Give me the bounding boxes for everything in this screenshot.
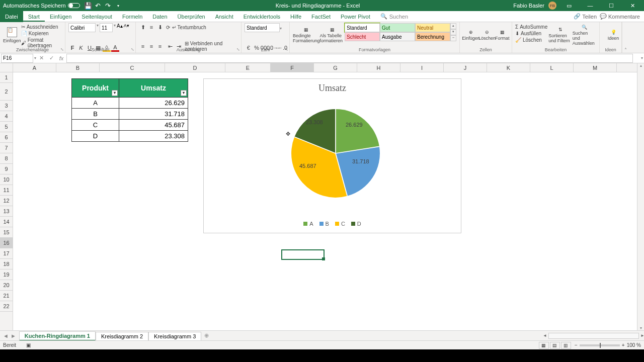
column-header[interactable]: K [487, 63, 530, 72]
formula-input[interactable] [66, 54, 633, 63]
cut-button[interactable]: ✂ Ausschneiden [21, 24, 62, 30]
undo-icon[interactable]: ↶ [94, 2, 102, 10]
redo-icon[interactable]: ↷ [104, 2, 112, 10]
autosave-toggle[interactable]: Automatisches Speichern [3, 3, 80, 9]
row-header[interactable]: 14 [0, 217, 13, 227]
tab-formeln[interactable]: Formeln [117, 11, 147, 22]
sheet-nav-prev-icon[interactable]: ◄ [3, 333, 9, 339]
row-header[interactable]: 11 [0, 185, 13, 196]
sheet-nav-next-icon[interactable]: ► [11, 333, 16, 339]
align-mid-icon[interactable]: ≡ [147, 23, 155, 31]
tab-ansicht[interactable]: Ansicht [210, 11, 238, 22]
row-header[interactable]: 3 [0, 101, 13, 111]
styles-down-icon[interactable]: ▾ [450, 29, 456, 35]
ribbon-mode-icon[interactable]: ▭ [560, 0, 578, 11]
column-header[interactable]: E [225, 63, 271, 72]
row-header[interactable]: 8 [0, 153, 13, 164]
styles-more-icon[interactable]: ⎓ [450, 35, 456, 41]
comments-button[interactable]: 💬 Kommentare [600, 13, 640, 20]
toggle-switch-icon[interactable] [68, 3, 80, 8]
column-header[interactable]: D [165, 63, 225, 72]
add-sheet-icon[interactable]: ⊕ [201, 332, 211, 339]
search-box[interactable]: 🔍 Suchen [380, 13, 408, 20]
column-header[interactable]: H [357, 63, 400, 72]
cancel-fx-icon[interactable]: ✕ [36, 55, 46, 61]
format-cells-button[interactable]: ▦Format [495, 23, 510, 47]
fill-button[interactable]: ⬇ Ausfüllen [515, 31, 548, 36]
font-launcher-icon[interactable]: ⤡ [131, 47, 134, 52]
cond-format-button[interactable]: ▦Bedingte Formatierung [293, 23, 320, 47]
row-header[interactable]: 10 [0, 174, 13, 185]
row-header[interactable]: 6 [0, 132, 13, 143]
format-painter-button[interactable]: 🖌 Format übertragen [21, 37, 62, 48]
tab-factset[interactable]: FactSet [306, 11, 336, 22]
zoom-slider[interactable] [580, 344, 620, 346]
font-name-input[interactable] [68, 23, 96, 32]
tab-entwickler[interactable]: Entwicklertools [238, 11, 285, 22]
tab-file[interactable]: Datei [0, 11, 23, 22]
tab-seitenlayout[interactable]: Seitenlayout [76, 11, 117, 22]
decrease-font-icon[interactable]: A▾ [124, 23, 129, 32]
column-header[interactable]: A [13, 63, 56, 72]
row-header[interactable]: 5 [0, 122, 13, 132]
fx-icon[interactable]: fx [56, 55, 66, 61]
table-header-produkt[interactable]: Produkt▾ [72, 79, 119, 97]
sort-filter-button[interactable]: ⇅Sortieren und Filtern [548, 23, 572, 47]
style-neutral[interactable]: Neutral [415, 23, 450, 32]
row-header[interactable]: 1 [0, 72, 13, 83]
chart-legend[interactable]: A B C D [204, 221, 461, 227]
paste-button[interactable]: 📋 Einfügen [3, 23, 21, 47]
tab-uberprufen[interactable]: Überprüfen [173, 11, 210, 22]
wrap-text-button[interactable]: ↵ Textumbruch [172, 25, 206, 30]
user-avatar[interactable]: FB [548, 2, 556, 10]
copy-button[interactable]: 📄 Kopieren [21, 31, 62, 36]
style-ausgabe[interactable]: Ausgabe [380, 32, 415, 41]
worksheet-grid[interactable]: ABCDEFGHIJKLM 12345678910111213141516171… [0, 63, 644, 330]
table-header-umsatz[interactable]: Umsatz▾ [119, 79, 188, 97]
orientation-icon[interactable]: ⟳ [166, 25, 170, 30]
close-icon[interactable]: ✕ [624, 0, 641, 11]
column-header[interactable]: C [100, 63, 165, 72]
column-header[interactable]: M [574, 63, 617, 72]
style-schlecht[interactable]: Schlecht [345, 32, 380, 41]
tab-start[interactable]: Start [23, 11, 45, 22]
sheet-tab-3[interactable]: Kreisdiagramm 3 [148, 332, 201, 340]
column-header[interactable]: I [400, 63, 444, 72]
save-icon[interactable]: 💾 [84, 2, 92, 10]
active-cell[interactable] [281, 249, 325, 260]
pie-chart[interactable]: Umsatz 26.629 31.718 45.687 23.308 ✥ [203, 78, 461, 233]
column-header[interactable]: J [444, 63, 487, 72]
delete-cells-button[interactable]: ⊖Löschen [479, 23, 495, 47]
clipboard-launcher-icon[interactable]: ⤡ [60, 47, 64, 52]
enter-fx-icon[interactable]: ✓ [46, 55, 56, 61]
qat-more-icon[interactable]: ▾ [114, 2, 122, 10]
column-header[interactable]: G [314, 63, 357, 72]
table-row[interactable]: B31.718 [72, 108, 188, 119]
tab-einfugen[interactable]: Einfügen [45, 11, 76, 22]
user-name[interactable]: Fabio Basler [513, 3, 544, 9]
view-page-layout-icon[interactable]: ▤ [550, 342, 560, 349]
row-header[interactable]: 7 [0, 143, 13, 153]
view-page-break-icon[interactable]: ▥ [561, 342, 571, 349]
filter-icon[interactable]: ▾ [181, 90, 187, 96]
maximize-icon[interactable]: ☐ [603, 0, 620, 11]
number-launcher-icon[interactable]: ⤡ [285, 47, 288, 52]
number-format-input[interactable] [245, 23, 280, 32]
autosum-button[interactable]: Σ AutoSumme [515, 24, 548, 30]
macro-record-icon[interactable]: ▣ [26, 342, 31, 348]
tab-hilfe[interactable]: Hilfe [285, 11, 306, 22]
minimize-icon[interactable]: — [582, 0, 599, 11]
view-normal-icon[interactable]: ▦ [539, 342, 549, 349]
row-header[interactable]: 17 [0, 248, 13, 259]
row-header[interactable]: 19 [0, 269, 13, 280]
name-box[interactable]: F16 [1, 54, 33, 63]
sheet-tab-1[interactable]: Kuchen-Ringdiagramm 1 [19, 331, 96, 341]
align-top-icon[interactable]: ⬆ [139, 23, 147, 31]
row-header[interactable]: 20 [0, 280, 13, 291]
row-header[interactable]: 4 [0, 111, 13, 122]
font-size-input[interactable] [100, 23, 113, 32]
pie-slice-a[interactable] [336, 109, 379, 153]
column-header[interactable]: F [271, 63, 314, 72]
column-header[interactable]: B [56, 63, 100, 72]
table-format-button[interactable]: ▦Als Tabelle formatieren [320, 23, 345, 47]
